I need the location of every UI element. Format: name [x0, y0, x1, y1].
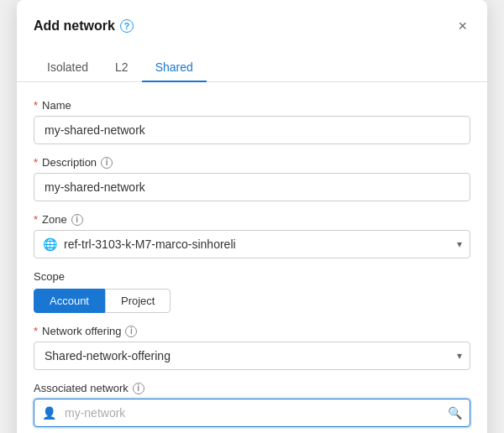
description-input[interactable] — [34, 173, 470, 201]
associated-network-label-text: Associated network — [34, 382, 129, 394]
name-input[interactable] — [34, 116, 470, 144]
close-button[interactable]: × — [454, 15, 470, 37]
zone-label: * Zone i — [34, 213, 470, 226]
tab-l2[interactable]: L2 — [102, 54, 142, 82]
network-offering-required-star: * — [34, 325, 38, 337]
associated-network-input-wrapper: 👤 🔍 — [34, 399, 470, 427]
zone-globe-icon: 🌐 — [43, 237, 57, 251]
zone-select-wrapper[interactable]: 🌐 ref-trl-3103-k-M7-marco-sinhoreli ▾ — [34, 230, 470, 258]
associated-network-label: Associated network i — [34, 382, 470, 394]
description-required-star: * — [34, 156, 38, 169]
associated-network-info-icon[interactable]: i — [133, 383, 144, 394]
description-label-text: Description — [42, 156, 97, 169]
network-offering-select[interactable]: Shared-network-offering — [34, 342, 470, 370]
name-label: * Name — [34, 99, 470, 112]
zone-value: ref-trl-3103-k-M7-marco-sinhoreli — [64, 237, 439, 251]
dialog-title-text: Add network — [34, 18, 115, 34]
zone-info-icon[interactable]: i — [71, 214, 83, 226]
add-network-dialog: Add network ? × Isolated L2 Shared * Nam… — [17, 0, 487, 433]
scope-section: Scope Account Project — [34, 270, 470, 313]
zone-label-text: Zone — [42, 213, 67, 226]
scope-project-button[interactable]: Project — [105, 289, 171, 313]
tab-bar: Isolated L2 Shared — [17, 44, 487, 82]
scope-account-button[interactable]: Account — [34, 289, 105, 313]
tab-shared[interactable]: Shared — [142, 54, 207, 82]
associated-network-group: Associated network i 👤 🔍 — [34, 382, 470, 427]
network-offering-label-text: Network offering — [42, 325, 121, 337]
scope-button-group: Account Project — [34, 289, 470, 313]
associated-network-input[interactable] — [34, 399, 470, 427]
zone-required-star: * — [34, 213, 38, 226]
dialog-header: Add network ? × — [17, 0, 487, 37]
tab-isolated[interactable]: Isolated — [34, 54, 102, 82]
network-offering-select-wrapper: Shared-network-offering ▾ — [34, 342, 470, 370]
name-required-star: * — [34, 99, 38, 112]
description-info-icon[interactable]: i — [101, 157, 113, 169]
network-offering-info-icon[interactable]: i — [125, 326, 137, 337]
dialog-body: * Name * Description i * Zone i 🌐 re — [17, 82, 487, 433]
zone-select[interactable]: 🌐 ref-trl-3103-k-M7-marco-sinhoreli — [34, 230, 470, 258]
description-field-group: * Description i — [34, 156, 470, 201]
help-icon[interactable]: ? — [120, 19, 134, 33]
zone-field-group: * Zone i 🌐 ref-trl-3103-k-M7-marco-sinho… — [34, 213, 470, 258]
description-label: * Description i — [34, 156, 470, 169]
network-offering-label: * Network offering i — [34, 325, 470, 337]
scope-label: Scope — [34, 270, 470, 283]
name-field-group: * Name — [34, 99, 470, 144]
network-offering-group: * Network offering i Shared-network-offe… — [34, 325, 470, 370]
name-label-text: Name — [42, 99, 71, 112]
dialog-title: Add network ? — [34, 18, 134, 34]
